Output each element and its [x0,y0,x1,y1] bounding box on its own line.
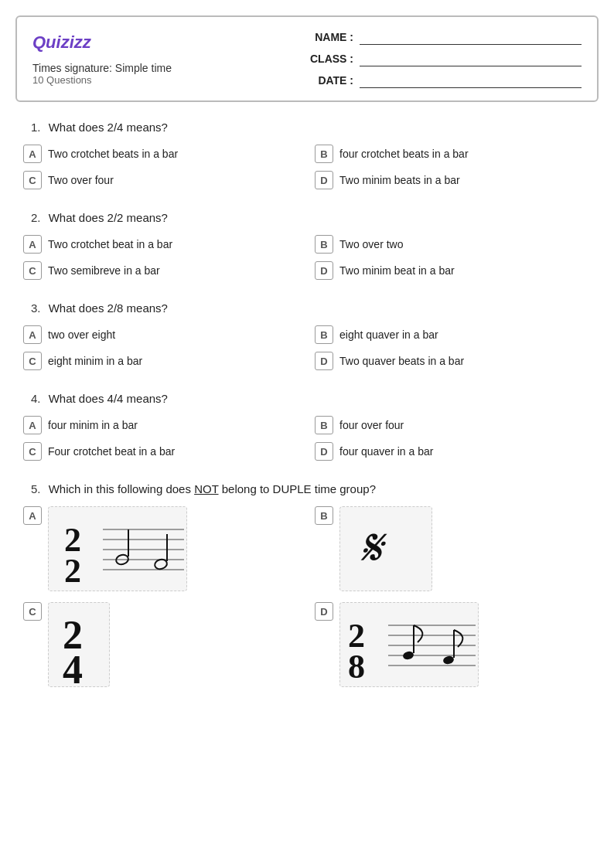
option-3d: D Two quaver beats in a bar [315,352,591,370]
question-2-text: 2. What does 2/2 means? [31,211,591,224]
option-3b: B eight quaver in a bar [315,325,591,344]
class-label: CLASS : [307,53,353,65]
music-notation-5a: 2 2 [49,506,186,591]
text-1d: Two minim beats in a bar [339,174,460,186]
date-field-row: DATE : [307,73,582,88]
badge-1a: A [23,145,42,163]
question-2: 2. What does 2/2 means? A Two crotchet b… [23,211,591,280]
question-5-text: 5. Which in this following does NOT belo… [31,482,591,495]
question-3-text: 3. What does 2/8 means? [31,301,591,315]
question-4-options: A four minim in a bar B four over four C… [23,416,591,461]
image-box-5a: 2 2 [48,506,187,591]
music-notation-5c: 2 4 [49,602,109,687]
option-4c: C Four crotchet beat in a bar [23,442,299,461]
text-3d: Two quaver beats in a bar [339,355,464,367]
badge-3b: B [315,325,333,344]
date-label: DATE : [307,74,353,87]
question-2-number: 2. [31,211,41,224]
option-3a: A two over eight [23,325,299,344]
option-4b: B four over four [315,416,591,434]
question-5: 5. Which in this following does NOT belo… [23,482,591,687]
question-1: 1. What does 2/4 means? A Two crotchet b… [23,121,591,189]
question-3-body: What does 2/8 means? [49,301,168,315]
badge-2c: C [23,261,42,280]
class-field-row: CLASS : [307,51,582,66]
question-5-underline: NOT [194,482,218,495]
question-3-number: 3. [31,301,41,315]
badge-2a: A [23,235,42,254]
text-3a: two over eight [48,328,115,341]
question-2-options: A Two crotchet beat in a bar B Two over … [23,235,591,280]
badge-1c: C [23,171,42,189]
questions-container: 1. What does 2/4 means? A Two crotchet b… [15,121,599,687]
option-1c: C Two over four [23,171,299,189]
text-2d: Two minim beat in a bar [339,264,455,277]
text-2c: Two semibreve in a bar [48,264,160,277]
text-4d: four quaver in a bar [339,445,433,458]
svg-text:2: 2 [64,552,81,590]
question-5-after: belong to DUPLE time group? [219,482,376,495]
badge-4c: C [23,442,42,461]
badge-5b: B [315,506,333,525]
badge-4d: D [315,442,333,461]
date-line [360,73,582,88]
option-3c: C eight minim in a bar [23,352,299,370]
text-1c: Two over four [48,174,114,186]
name-line [360,29,582,45]
header-box: Quizizz Times signature: Simple time 10 … [15,15,599,102]
option-2c: C Two semibreve in a bar [23,261,299,280]
option-4d: D four quaver in a bar [315,442,591,461]
image-box-5b: 𝄋 [339,506,432,591]
question-1-options: A Two crotchet beats in a bar B four cro… [23,145,591,189]
name-field-row: NAME : [307,29,582,45]
badge-5a: A [23,506,42,525]
text-4a: four minim in a bar [48,419,138,431]
image-option-5d: D 2 8 [315,602,591,687]
question-4-number: 4. [31,392,41,405]
option-4a: A four minim in a bar [23,416,299,434]
question-5-image-options: A 2 2 [23,506,591,687]
class-line [360,51,582,66]
question-1-text: 1. What does 2/4 means? [31,121,591,134]
badge-2d: D [315,261,333,280]
question-4-body: What does 4/4 means? [49,392,168,405]
text-2a: Two crotchet beat in a bar [48,238,172,250]
text-4c: Four crotchet beat in a bar [48,445,175,458]
badge-5d: D [315,602,333,621]
text-2b: Two over two [339,238,403,250]
option-2d: D Two minim beat in a bar [315,261,591,280]
logo: Quizizz [32,32,307,53]
svg-text:4: 4 [63,648,83,687]
svg-point-23 [442,655,455,665]
header-right: NAME : CLASS : DATE : [307,29,582,88]
question-1-body: What does 2/4 means? [49,121,168,134]
music-notation-5d: 2 8 [340,602,478,687]
option-2b: B Two over two [315,235,591,254]
badge-3d: D [315,352,333,370]
badge-4b: B [315,416,333,434]
name-label: NAME : [307,31,353,43]
image-option-5b: B 𝄋 [315,506,591,591]
option-1b: B four crotchet beats in a bar [315,145,591,163]
image-option-5c: C 2 4 [23,602,299,687]
text-3b: eight quaver in a bar [339,328,438,341]
quiz-title: Times signature: Simple time [32,62,307,74]
badge-5c: C [23,602,42,621]
text-4b: four over four [339,419,404,431]
image-box-5d: 2 8 [339,602,479,687]
badge-1d: D [315,171,333,189]
badge-2b: B [315,235,333,254]
image-box-5c: 2 4 [48,602,110,687]
question-4-text: 4. What does 4/4 means? [31,392,591,405]
option-2a: A Two crotchet beat in a bar [23,235,299,254]
music-notation-5b: 𝄋 [340,506,432,591]
quiz-count: 10 Questions [32,74,307,86]
text-1a: Two crotchet beats in a bar [48,148,178,160]
badge-4a: A [23,416,42,434]
svg-text:𝄋: 𝄋 [360,519,387,576]
badge-3c: C [23,352,42,370]
question-2-body: What does 2/2 means? [49,211,168,224]
svg-text:8: 8 [348,648,365,686]
header-left: Quizizz Times signature: Simple time 10 … [32,29,307,88]
option-1a: A Two crotchet beats in a bar [23,145,299,163]
